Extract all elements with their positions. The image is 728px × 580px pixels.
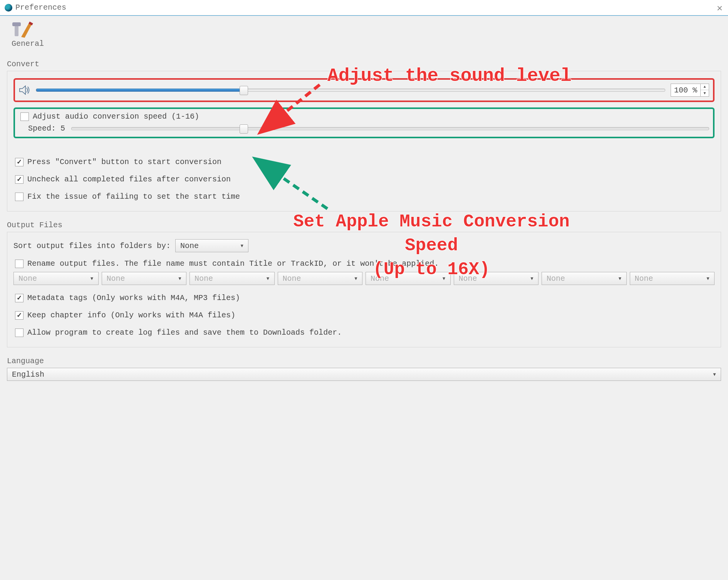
metadata-label: Metadata tags (Only works with M4A, MP3 …: [27, 293, 240, 302]
volume-value: 100 %: [671, 86, 700, 95]
speed-label: Speed: 5: [28, 124, 65, 133]
adjust-speed-label: Adjust audio conversion speed (1-16): [33, 112, 199, 121]
language-combo[interactable]: English▼: [7, 368, 721, 381]
rename-combo-3[interactable]: None▼: [190, 272, 275, 285]
rename-combo-8[interactable]: None▼: [630, 272, 715, 285]
speed-row-highlight: Adjust audio conversion speed (1-16) Spe…: [13, 107, 715, 138]
rename-combo-7[interactable]: None▼: [542, 272, 627, 285]
speaker-icon: [19, 84, 30, 96]
rename-checkbox[interactable]: [15, 260, 23, 268]
metadata-checkbox[interactable]: ✓: [15, 294, 23, 302]
svg-rect-3: [12, 22, 21, 26]
log-label: Allow program to create log files and sa…: [27, 328, 342, 337]
sort-combo[interactable]: None▼: [175, 239, 248, 252]
uncheck-completed-checkbox[interactable]: ✓: [15, 175, 23, 184]
rename-combo-6[interactable]: None▼: [454, 272, 539, 285]
fix-start-time-label: Fix the issue of failing to set the star…: [27, 192, 240, 201]
toolbar: General: [7, 15, 721, 50]
convert-section-label: Convert: [7, 60, 721, 69]
chapter-checkbox[interactable]: ✓: [15, 311, 23, 320]
log-checkbox[interactable]: [15, 329, 23, 337]
close-button[interactable]: ×: [717, 2, 723, 14]
volume-spin-up[interactable]: ▲: [701, 84, 709, 90]
volume-row-highlight: 100 % ▲ ▼: [13, 78, 715, 102]
rename-combo-5[interactable]: None▼: [366, 272, 451, 285]
adjust-speed-checkbox[interactable]: [20, 112, 29, 121]
svg-marker-0: [21, 23, 32, 38]
rename-combo-4[interactable]: None▼: [278, 272, 363, 285]
convert-group: 100 % ▲ ▼ Adjust audio conversion speed …: [7, 71, 721, 211]
rename-combo-1[interactable]: None▼: [13, 272, 99, 285]
general-tab-label[interactable]: General: [12, 39, 44, 48]
window-title: Preferences: [15, 3, 66, 12]
speed-slider-thumb[interactable]: [240, 124, 248, 134]
uncheck-completed-label: Uncheck all completed files after conver…: [27, 175, 231, 184]
press-convert-checkbox[interactable]: ✓: [15, 158, 23, 166]
titlebar: Preferences ×: [0, 0, 728, 15]
fix-start-time-checkbox[interactable]: [15, 193, 23, 201]
output-group: Sort output files into folders by: None▼…: [7, 232, 721, 347]
speed-slider[interactable]: [71, 127, 709, 130]
sort-label: Sort output files into folders by:: [13, 241, 171, 250]
general-icon[interactable]: [12, 21, 35, 38]
svg-marker-4: [20, 86, 25, 94]
rename-combo-2[interactable]: None▼: [102, 272, 187, 285]
volume-slider[interactable]: [36, 89, 665, 92]
volume-spin-down[interactable]: ▼: [701, 90, 709, 96]
volume-spinbox[interactable]: 100 % ▲ ▼: [671, 84, 709, 97]
output-section-label: Output Files: [7, 221, 721, 230]
press-convert-label: Press "Convert" button to start conversi…: [27, 158, 221, 166]
rename-label: Rename output files. The file name must …: [27, 259, 439, 268]
app-icon: [5, 4, 12, 12]
volume-slider-thumb[interactable]: [240, 86, 248, 95]
svg-rect-2: [15, 25, 18, 36]
chapter-label: Keep chapter info (Only works with M4A f…: [27, 311, 235, 320]
language-section-label: Language: [7, 357, 721, 365]
